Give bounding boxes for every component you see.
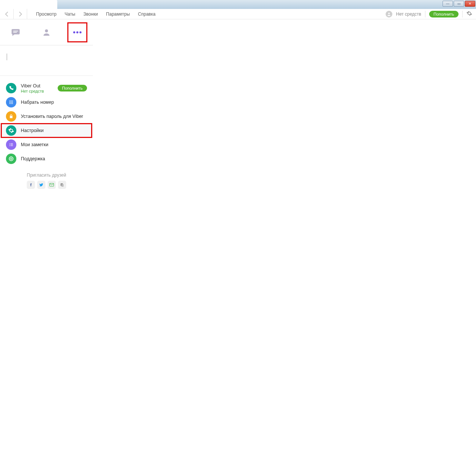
topup-button[interactable]: Пополнить <box>429 11 459 17</box>
window-titlebar: — ▭ ✕ <box>0 0 476 9</box>
svg-point-15 <box>12 103 13 104</box>
maximize-button[interactable]: ▭ <box>454 1 464 7</box>
list-icon <box>6 139 16 150</box>
sidebar-item-label: Мои заметки <box>21 142 87 147</box>
svg-point-20 <box>10 145 10 146</box>
twitter-icon <box>39 183 44 187</box>
person-icon <box>387 12 391 16</box>
viber-out-title: Viber Out <box>21 83 53 89</box>
svg-point-4 <box>73 31 75 33</box>
divider <box>462 11 463 17</box>
close-button[interactable]: ✕ <box>465 1 475 7</box>
svg-point-3 <box>45 29 48 32</box>
sidebar-top-tabs <box>0 19 93 45</box>
divider <box>425 11 425 17</box>
svg-rect-1 <box>13 30 18 31</box>
svg-point-18 <box>10 144 10 145</box>
svg-point-7 <box>9 100 10 101</box>
gear-icon <box>466 10 472 16</box>
sidebar-item-support[interactable]: Поддержка <box>0 152 93 166</box>
sidebar-item-viber-out[interactable]: Viber Out Нет средств Пополнить <box>0 81 93 95</box>
settings-gear-button[interactable] <box>466 10 472 18</box>
share-email-button[interactable] <box>48 181 56 189</box>
sidebar-item-dial[interactable]: Набрать номер <box>0 95 93 109</box>
menubar: Просмотр Чаты Звонки Параметры Справка Н… <box>0 9 476 19</box>
gear-icon <box>6 125 16 136</box>
dialpad-icon <box>6 97 16 107</box>
viber-out-status: Нет средств <box>21 89 53 93</box>
sidebar-item-label: Поддержка <box>21 156 87 161</box>
menu-calls[interactable]: Звонки <box>83 12 98 17</box>
sidebar-item-label: Настройки <box>21 128 87 133</box>
sidebar-item-notes[interactable]: Мои заметки <box>0 138 93 152</box>
tab-contacts[interactable] <box>39 25 54 40</box>
svg-point-14 <box>11 103 12 104</box>
more-dots-icon <box>72 30 83 34</box>
menu-help[interactable]: Справка <box>138 12 155 17</box>
svg-rect-21 <box>11 145 13 146</box>
nav-arrows <box>0 9 27 19</box>
credit-status: Нет средств <box>396 12 421 17</box>
chat-icon <box>11 28 20 37</box>
invite-friends-block: Пригласить друзей f <box>0 166 93 189</box>
menu-items: Просмотр Чаты Звонки Параметры Справка <box>27 9 155 19</box>
chevron-left-icon <box>5 12 9 17</box>
support-icon <box>6 154 16 164</box>
share-facebook-button[interactable]: f <box>27 181 35 189</box>
minimize-button[interactable]: — <box>443 1 453 7</box>
viber-out-topup-button[interactable]: Пополнить <box>58 85 87 91</box>
search-area[interactable] <box>0 45 93 76</box>
sidebar-menu: Viber Out Нет средств Пополнить Набрать … <box>0 76 93 189</box>
svg-rect-19 <box>11 144 13 145</box>
svg-point-8 <box>11 100 12 101</box>
lock-icon <box>6 111 16 122</box>
svg-rect-2 <box>13 32 17 32</box>
svg-point-0 <box>388 13 390 14</box>
window-controls: — ▭ ✕ <box>443 0 476 7</box>
menu-options[interactable]: Параметры <box>106 12 130 17</box>
sidebar-item-settings[interactable]: Настройки <box>0 123 93 138</box>
nav-back-button[interactable] <box>0 9 13 19</box>
svg-point-5 <box>77 31 79 33</box>
menu-view[interactable]: Просмотр <box>36 12 57 17</box>
mail-icon <box>49 183 54 187</box>
invite-title: Пригласить друзей <box>0 173 93 178</box>
copy-icon <box>60 183 64 187</box>
svg-point-9 <box>12 100 13 101</box>
svg-point-10 <box>9 102 10 103</box>
svg-point-12 <box>12 102 13 103</box>
share-copy-button[interactable] <box>58 181 66 189</box>
svg-point-11 <box>11 102 12 103</box>
svg-point-6 <box>80 31 82 33</box>
user-avatar-icon[interactable] <box>386 11 392 17</box>
svg-rect-26 <box>61 184 64 187</box>
facebook-icon: f <box>30 183 32 187</box>
phone-icon <box>6 83 16 93</box>
svg-point-13 <box>9 103 10 104</box>
svg-rect-17 <box>11 144 13 144</box>
sidebar-item-password[interactable]: Установить пароль для Viber <box>0 109 93 123</box>
person-icon <box>42 28 51 37</box>
menu-chats[interactable]: Чаты <box>65 12 75 17</box>
share-twitter-button[interactable] <box>37 181 45 189</box>
svg-point-16 <box>10 143 10 144</box>
tab-chats[interactable] <box>8 25 23 40</box>
sidebar-item-label: Установить пароль для Viber <box>21 114 87 119</box>
sidebar-item-label: Набрать номер <box>21 100 87 105</box>
text-cursor <box>7 54 7 60</box>
svg-point-22 <box>9 157 13 161</box>
title-tab <box>0 0 57 9</box>
chevron-right-icon <box>19 12 22 17</box>
menubar-right: Нет средств Пополнить <box>386 9 476 19</box>
svg-point-23 <box>10 158 12 160</box>
tab-more[interactable] <box>70 25 85 40</box>
nav-forward-button[interactable] <box>13 9 27 19</box>
